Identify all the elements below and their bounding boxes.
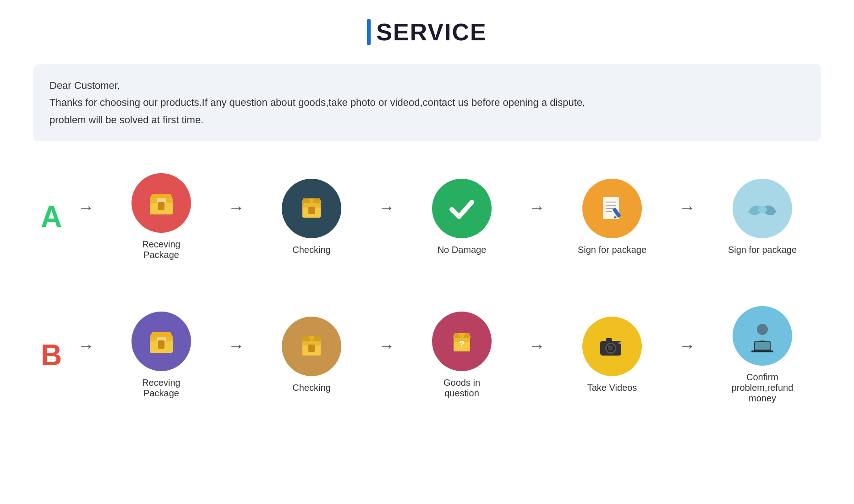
- svg-rect-4: [158, 202, 164, 210]
- page-title: SERVICE: [376, 18, 487, 46]
- svg-text:?: ?: [460, 340, 465, 349]
- arrow-a3: →: [529, 198, 545, 236]
- step-b4: Take Videos: [553, 317, 671, 393]
- step-b3-icon: ?: [432, 312, 492, 371]
- step-a1-label: Receving Package: [125, 239, 198, 260]
- flow-section-a: A → Receving Package →: [33, 164, 821, 269]
- svg-marker-24: [150, 332, 173, 337]
- step-b5: Confirm problem,refund money: [704, 306, 821, 404]
- arrow-b1: →: [228, 336, 245, 374]
- page-header: SERVICE: [367, 18, 487, 46]
- step-b2-icon: [282, 317, 341, 376]
- message-line3: problem will be solved at first time.: [49, 111, 805, 128]
- step-b2-label: Checking: [292, 383, 330, 393]
- svg-rect-43: [606, 338, 612, 342]
- message-line2: Thanks for choosing our products.If any …: [49, 94, 805, 111]
- step-a4: Sign for package: [553, 179, 671, 255]
- step-b5-label: Confirm problem,refund money: [726, 372, 799, 404]
- step-a2: Checking: [253, 179, 370, 255]
- svg-rect-8: [308, 207, 315, 214]
- step-a3-label: No Damage: [438, 245, 487, 255]
- step-b1: Receving Package: [103, 312, 220, 399]
- svg-rect-25: [158, 340, 164, 349]
- customer-message-box: Dear Customer, Thanks for choosing our p…: [33, 64, 821, 141]
- step-b4-icon: [582, 317, 642, 376]
- svg-marker-3: [150, 194, 173, 198]
- step-b3-label: Goods in question: [425, 378, 498, 399]
- step-b2: Checking: [253, 317, 370, 393]
- svg-point-20: [758, 206, 767, 213]
- message-line1: Dear Customer,: [49, 77, 805, 94]
- row-a-label: A: [33, 200, 70, 234]
- arrow-a2: →: [378, 198, 395, 236]
- arrow-a4: →: [679, 198, 695, 236]
- flow-row-a: A → Receving Package →: [33, 164, 821, 269]
- arrow-b4: →: [679, 336, 695, 374]
- title-accent-bar: [367, 19, 371, 45]
- svg-point-42: [608, 345, 610, 347]
- step-a1: Receving Package: [103, 173, 220, 260]
- step-a5-label: Sign for package: [728, 245, 797, 255]
- svg-rect-48: [755, 342, 770, 350]
- step-a5: Sign for package: [704, 179, 821, 255]
- arrow-b3: →: [529, 336, 545, 374]
- step-b5-icon: [733, 306, 792, 366]
- step-a3: No Damage: [403, 179, 520, 255]
- arrow-b2: →: [378, 336, 395, 374]
- step-a3-icon: [432, 179, 492, 238]
- step-a2-icon: [282, 179, 341, 238]
- step-a2-label: Checking: [292, 245, 330, 255]
- row-b-label: B: [33, 338, 70, 372]
- svg-rect-44: [619, 342, 621, 344]
- svg-point-45: [757, 324, 768, 335]
- svg-rect-29: [308, 345, 315, 352]
- flow-section-b: B → Receving Package →: [33, 297, 821, 413]
- arrow-b0: →: [78, 336, 94, 374]
- step-a1-icon: [131, 173, 191, 233]
- step-b1-label: Receving Package: [125, 378, 198, 399]
- flow-row-b: B → Receving Package →: [33, 297, 821, 413]
- step-a4-label: Sign for package: [578, 245, 646, 255]
- arrow-a1: →: [228, 198, 245, 236]
- arrow-a0: →: [78, 198, 94, 236]
- step-a5-icon: [733, 179, 792, 238]
- svg-rect-49: [751, 351, 773, 352]
- step-b3: ? Goods in question: [403, 312, 520, 399]
- step-b4-label: Take Videos: [587, 383, 637, 393]
- step-a4-icon: [582, 179, 642, 238]
- step-b1-icon: [131, 312, 191, 371]
